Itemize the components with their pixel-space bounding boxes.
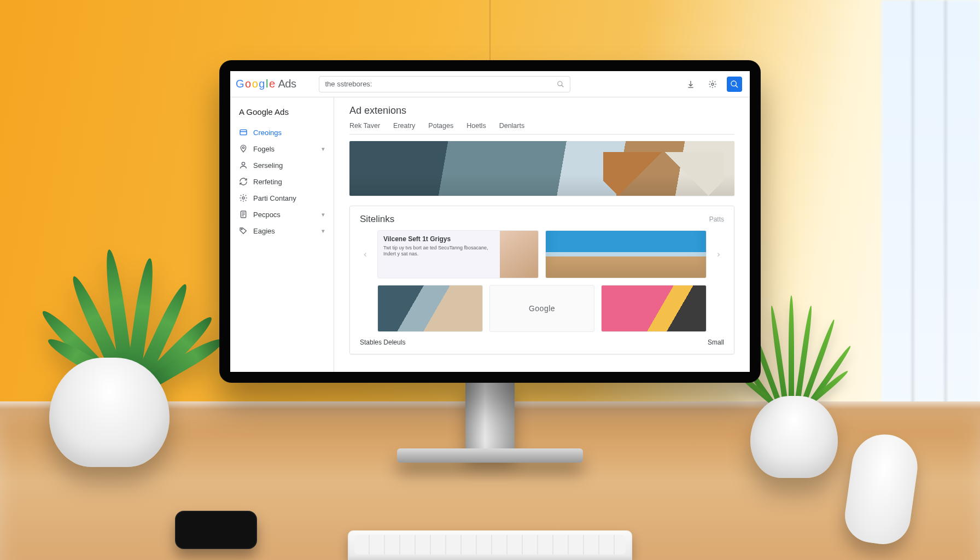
svg-point-14 (241, 229, 242, 230)
gear-icon[interactable] (705, 77, 720, 92)
svg-line-4 (736, 85, 738, 88)
pot-left (49, 358, 170, 467)
sidebar-item-fogels[interactable]: Fogels ▾ (230, 141, 334, 157)
app-screen: Google Ads the sstrebores: (230, 71, 750, 372)
panel-title: Sitelinks (360, 214, 394, 225)
sidebar-item-label: Pecpocs (253, 211, 281, 219)
image-card-people[interactable] (377, 285, 483, 332)
sidebar-item-eagies[interactable]: Eagies ▾ (230, 223, 334, 239)
card-icon (239, 128, 248, 137)
hero-image (349, 141, 734, 196)
product-logo-suffix: Ads (278, 78, 296, 90)
tab-rek-taver[interactable]: Rek Taver (349, 122, 380, 130)
tag-icon (239, 226, 248, 235)
sidebar-title: A Google Ads (230, 104, 334, 124)
scene: Google Ads the sstrebores: (0, 0, 980, 560)
card-row-primary: ‹ Vilcene Seft 1t Grigys Twt tip uy tvs … (360, 230, 724, 278)
sidebar-item-label: Fogels (253, 145, 275, 153)
svg-point-3 (731, 81, 736, 86)
keyboard (348, 530, 632, 560)
tabs: Rek Taver Ereatry Potages Hoetls Denlart… (349, 122, 734, 135)
pin-icon (239, 144, 248, 153)
sidebar-item-parti-contany[interactable]: Parti Contany (230, 190, 334, 206)
carousel-prev[interactable]: ‹ (360, 230, 371, 278)
page-title: Ad extenions (349, 105, 734, 116)
gear-icon (239, 194, 248, 202)
sidebar-item-pecpocs[interactable]: Pecpocs ▾ (230, 206, 334, 223)
panel-header: Sitelinks Patts (360, 214, 724, 225)
feature-card[interactable]: Vilcene Seft 1t Grigys Twt tip uy tvs bo… (377, 230, 539, 278)
search-icon[interactable] (557, 80, 564, 88)
tab-potages[interactable]: Potages (428, 122, 453, 130)
feature-card-body: Twt tip uy tvs bort ae ted SecuTanng fbo… (383, 245, 494, 258)
monitor: Google Ads the sstrebores: (219, 60, 761, 383)
tab-denlarts[interactable]: Denlarts (499, 122, 525, 130)
pot-right (750, 396, 838, 478)
search-input-value: the sstrebores: (325, 80, 557, 88)
doc-icon (239, 210, 248, 219)
sidebar-item-label: Serseling (253, 161, 283, 170)
tab-ereatry[interactable]: Ereatry (393, 122, 415, 130)
topbar-actions (683, 77, 742, 92)
monitor-stand-arm (465, 383, 515, 454)
svg-point-2 (711, 83, 714, 85)
search-input[interactable]: the sstrebores: (319, 76, 570, 92)
main: Ad extenions Rek Taver Ereatry Potages H… (334, 97, 750, 372)
image-card-house[interactable] (545, 230, 707, 278)
sidebar-item-label: Rerfeting (253, 178, 282, 186)
refresh-icon (239, 177, 248, 186)
svg-line-1 (562, 85, 564, 87)
image-card-note[interactable]: Google (489, 285, 595, 332)
sidebar-item-serseling[interactable]: Serseling (230, 157, 334, 173)
sidebar-item-label: Eagies (253, 227, 275, 235)
sitelinks-panel: Sitelinks Patts ‹ Vilcene Seft 1t Grigys… (349, 206, 734, 354)
chevron-down-icon: ▾ (322, 228, 325, 235)
svg-rect-5 (240, 130, 247, 135)
download-icon[interactable] (683, 77, 698, 92)
feature-card-heading: Vilcene Seft 1t Grigys (383, 235, 494, 243)
panel-footer: Stables Deleuls Small (360, 339, 724, 346)
panel-footer-left[interactable]: Stables Deleuls (360, 339, 405, 346)
plant-left (33, 172, 197, 380)
svg-point-9 (242, 197, 244, 199)
sidebar: A Google Ads Creoings Fogels ▾ Serseling (230, 97, 334, 372)
chevron-down-icon: ▾ (322, 211, 325, 218)
product-logo: Google Ads (236, 78, 296, 90)
feature-card-image (500, 231, 538, 278)
person-icon (239, 161, 248, 170)
image-card-brand[interactable] (601, 285, 707, 332)
panel-meta[interactable]: Patts (709, 215, 724, 223)
svg-point-0 (558, 81, 562, 85)
topbar: Google Ads the sstrebores: (230, 71, 750, 97)
phone (175, 511, 257, 549)
panel-footer-right[interactable]: Small (708, 339, 724, 346)
layout: A Google Ads Creoings Fogels ▾ Serseling (230, 97, 750, 372)
svg-point-7 (242, 147, 244, 148)
svg-point-8 (242, 162, 244, 165)
tab-hoetls[interactable]: Hoetls (466, 122, 486, 130)
carousel-next[interactable]: › (713, 230, 724, 278)
card-row-secondary: ‹ Google › (360, 285, 724, 332)
note-card-label: Google (529, 304, 555, 313)
sidebar-item-rerfeting[interactable]: Rerfeting (230, 173, 334, 190)
sidebar-item-label: Creoings (253, 129, 282, 137)
search-button[interactable] (727, 77, 742, 92)
chevron-down-icon: ▾ (322, 145, 325, 153)
sidebar-item-label: Parti Contany (253, 194, 296, 202)
sidebar-item-creoings[interactable]: Creoings (230, 124, 334, 141)
monitor-stand-base (397, 448, 583, 463)
